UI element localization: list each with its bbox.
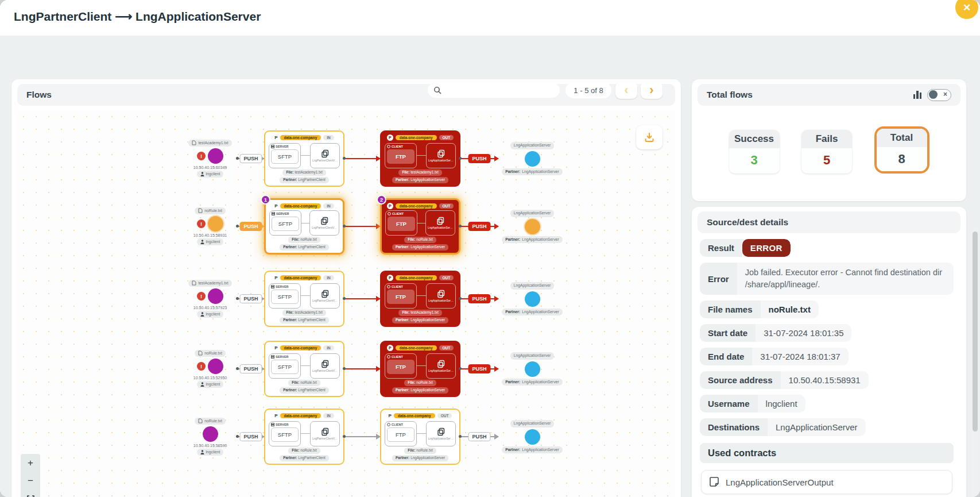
source-user-chip: lngclient bbox=[197, 238, 224, 245]
step-badge: 1 bbox=[261, 195, 270, 205]
contract-box: LngApplicationServer... bbox=[426, 283, 456, 309]
flow-row-selected[interactable]: noRule.txt ! 10.50.40.15:58931 lngclient… bbox=[183, 194, 566, 259]
contract-name: LngApplicationServerOutput bbox=[726, 477, 834, 487]
node-partner-chip: Partner:LngPartnerClient bbox=[280, 177, 328, 183]
source-circle[interactable] bbox=[208, 359, 223, 374]
user-icon bbox=[200, 240, 204, 244]
in-node[interactable]: Pdata-one-companyIN SERVERSFTP LngPartne… bbox=[264, 341, 344, 397]
fails-value: 5 bbox=[801, 148, 852, 172]
contract-box: LngApplicationServer... bbox=[426, 421, 456, 446]
zoom-in-button[interactable]: + bbox=[21, 454, 40, 472]
node-partner-chip: Partner:LngApplicationServer bbox=[392, 244, 448, 251]
file-names-row: File names noRule.txt bbox=[700, 300, 819, 318]
download-button[interactable] bbox=[636, 125, 663, 149]
direction-badge: IN bbox=[323, 275, 334, 280]
source-circle[interactable] bbox=[208, 148, 223, 164]
scrollbar-thumb[interactable] bbox=[973, 232, 978, 431]
destinations-row: Destinations LngApplicationServer bbox=[700, 418, 866, 436]
flow-row[interactable]: testAcademy1.txt ! 10.50.40.15:57923 lng… bbox=[183, 267, 566, 331]
chevron-right-icon: › bbox=[649, 83, 653, 98]
contract-list-item[interactable]: LngApplicationServerOutput bbox=[701, 470, 952, 494]
success-card[interactable]: Success 3 bbox=[729, 130, 780, 174]
out-node[interactable]: Pdata-one-companyOUT CLIENTFTP LngApplic… bbox=[380, 409, 460, 465]
source-circle[interactable] bbox=[203, 426, 218, 442]
contract-box: LngPartnerClientVFS... bbox=[310, 353, 340, 379]
destination-circle[interactable] bbox=[525, 429, 540, 445]
flow-destination-node[interactable]: LngApplicationServer Partner:LngApplicat… bbox=[498, 420, 566, 453]
destination-circle[interactable] bbox=[525, 151, 540, 167]
error-message: Job failed. Executor error - Cannot find… bbox=[737, 263, 954, 295]
push-badge: PUSH bbox=[468, 154, 490, 163]
in-node[interactable]: Pdata-one-companyIN SERVERSFTP LngPartne… bbox=[264, 130, 344, 187]
toggle-knob bbox=[929, 90, 938, 99]
zoom-out-button[interactable]: − bbox=[21, 472, 40, 490]
protocol-box: CLIENTFTP bbox=[385, 143, 417, 168]
flow-source-node[interactable]: testAcademy1.txt ! 10.50.40.15:60349 lng… bbox=[183, 140, 238, 178]
company-badge: data-one-company bbox=[280, 275, 321, 280]
flow-row[interactable]: noRule.txt 10.50.40.15:58590 lngclient P… bbox=[183, 404, 566, 469]
copy-icon bbox=[437, 427, 446, 436]
destinations-value: LngApplicationServer bbox=[768, 418, 866, 436]
out-node[interactable]: Pdata-one-companyOUT CLIENTFTP LngApplic… bbox=[380, 341, 460, 397]
source-address: 10.50.40.15:52950 bbox=[193, 376, 227, 380]
fails-card[interactable]: Fails 5 bbox=[801, 130, 852, 174]
out-node-selected[interactable]: 2 Pdata-one-companyOUT CLIENTFTP LngAppl… bbox=[380, 198, 460, 255]
bar-chart-icon[interactable] bbox=[913, 91, 922, 99]
end-date-row: End date 31-07-2024 18:01:37 bbox=[700, 348, 849, 365]
next-page-button[interactable]: › bbox=[641, 82, 663, 99]
flow-destination-node[interactable]: LngApplicationServer Partner:LngApplicat… bbox=[498, 142, 566, 175]
direction-badge: IN bbox=[323, 413, 334, 418]
success-label: Success bbox=[729, 130, 780, 148]
source-circle[interactable] bbox=[208, 216, 223, 232]
flow-row[interactable]: testAcademy1.txt ! 10.50.40.15:60349 lng… bbox=[183, 126, 566, 191]
chart-toggle[interactable]: × bbox=[927, 89, 951, 101]
details-scrollbar[interactable] bbox=[971, 227, 979, 497]
node-partner-chip: Partner:LngPartnerClient bbox=[280, 387, 328, 394]
flow-canvas[interactable]: + − testAcademy1.txt ! 10.50.40.15:60349… bbox=[17, 110, 675, 497]
flow-source-node[interactable]: noRule.txt 10.50.40.15:58590 lngclient bbox=[183, 418, 238, 456]
node-file-chip: File:noRule.txt bbox=[288, 380, 320, 386]
flow-source-node[interactable]: testAcademy1.txt ! 10.50.40.15:57923 lng… bbox=[183, 280, 238, 318]
destination-circle[interactable] bbox=[525, 291, 540, 307]
direction-badge: IN bbox=[323, 345, 334, 350]
destinations-label: Destinations bbox=[700, 418, 768, 436]
copy-icon bbox=[321, 360, 330, 368]
direction-badge: IN bbox=[323, 135, 334, 140]
flow-row[interactable]: noRule.txt ! 10.50.40.15:52950 lngclient… bbox=[183, 337, 566, 401]
server-icon bbox=[271, 145, 274, 148]
flow-destination-node[interactable]: LngApplicationServer Partner:LngApplicat… bbox=[498, 352, 566, 385]
source-file-chip: noRule.txt bbox=[195, 207, 226, 214]
out-node[interactable]: Pdata-one-companyOUT CLIENTFTP LngApplic… bbox=[380, 130, 460, 187]
node-partner-chip: Partner:LngApplicationServer bbox=[392, 455, 448, 461]
destination-partner-chip: Partner:LngApplicationServer bbox=[502, 309, 563, 315]
flow-source-node[interactable]: noRule.txt ! 10.50.40.15:52950 lngclient bbox=[183, 350, 238, 388]
in-node-selected[interactable]: 1 Pdata-one-companyIN SERVERSFTP LngPart… bbox=[264, 198, 344, 255]
out-node[interactable]: Pdata-one-companyOUT CLIENTFTP LngApplic… bbox=[380, 271, 460, 327]
source-circle[interactable] bbox=[208, 288, 223, 304]
protocol-p-icon: P bbox=[387, 203, 393, 209]
stats-cards: Success 3 Fails 5 Total 8 bbox=[692, 130, 966, 174]
protocol-p-icon: P bbox=[389, 413, 392, 418]
search-input[interactable] bbox=[428, 83, 560, 98]
destination-circle[interactable] bbox=[525, 361, 540, 377]
node-file-chip: File:testAcademy1.txt bbox=[282, 169, 326, 176]
flow-source-node[interactable]: noRule.txt ! 10.50.40.15:58931 lngclient bbox=[183, 207, 238, 245]
in-node[interactable]: Pdata-one-companyIN SERVERSFTP LngPartne… bbox=[264, 409, 344, 465]
close-icon: ✕ bbox=[963, 2, 971, 14]
push-badge: PUSH bbox=[239, 364, 262, 373]
destination-partner-chip: Partner:LngApplicationServer bbox=[502, 446, 563, 453]
total-flows-title: Total flows bbox=[707, 90, 753, 100]
prev-page-button[interactable]: ‹ bbox=[615, 82, 637, 99]
flow-edge: PUSH bbox=[238, 368, 264, 369]
contract-box: LngPartnerClientVFS... bbox=[309, 210, 339, 236]
file-names-label: File names bbox=[700, 300, 761, 318]
in-node[interactable]: Pdata-one-companyIN SERVERSFTP LngPartne… bbox=[264, 271, 344, 327]
flow-destination-node[interactable]: LngApplicationServer Partner:LngApplicat… bbox=[498, 282, 566, 315]
total-card-selected[interactable]: Total 8 bbox=[874, 126, 929, 174]
destination-circle[interactable] bbox=[525, 219, 540, 234]
flow-destination-node[interactable]: LngApplicationServer Partner:LngApplicat… bbox=[498, 210, 566, 242]
fit-view-button[interactable] bbox=[21, 490, 40, 497]
node-partner-chip: Partner:LngPartnerClient bbox=[280, 317, 328, 323]
push-badge: PUSH bbox=[239, 432, 262, 441]
company-badge: data-one-company bbox=[280, 135, 321, 140]
